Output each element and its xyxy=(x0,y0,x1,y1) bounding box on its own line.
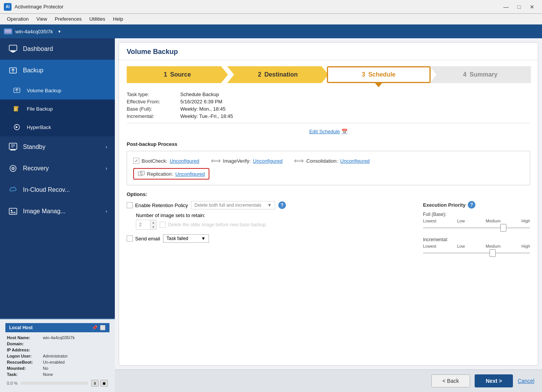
full-scale-lowest: Lowest xyxy=(423,219,436,223)
recovery-arrow: › xyxy=(106,166,107,171)
image-manage-label: Image Manag... xyxy=(23,208,65,215)
send-email-wrap[interactable]: Send email xyxy=(127,235,160,242)
host-dropdown-arrow[interactable]: ▼ xyxy=(57,29,61,34)
standby-arrow: › xyxy=(106,144,107,150)
rescueboot-value: Un-enabled xyxy=(43,360,65,364)
progress-text: 0.0 % xyxy=(7,381,18,385)
svg-rect-0 xyxy=(5,29,11,33)
edit-schedule-link[interactable]: Edit Schedule 📅 xyxy=(309,129,348,134)
step-schedule[interactable]: 3 Schedule xyxy=(327,66,431,83)
svg-rect-13 xyxy=(10,150,16,150)
retention-dropdown[interactable]: Delete both full and incrementals ▼ xyxy=(191,201,275,209)
schedule-info: Task type: Schedule Backup Effective Fro… xyxy=(127,91,530,135)
svg-rect-12 xyxy=(9,143,17,149)
priority-help-icon[interactable]: ? xyxy=(468,201,475,209)
step-source[interactable]: 1 Source xyxy=(127,66,228,83)
retention-checkbox-wrap[interactable]: Enable Retention Policy xyxy=(127,202,188,208)
sidebar-item-hyperback[interactable]: HyperBack xyxy=(0,118,115,136)
send-email-checkbox[interactable] xyxy=(127,235,133,242)
consolidation-link[interactable]: Unconfigured xyxy=(340,158,370,164)
imageverify-link[interactable]: Unconfigured xyxy=(253,158,282,164)
sidebar-item-recovery[interactable]: Recovery › xyxy=(0,158,115,179)
menu-preferences[interactable]: Preferences xyxy=(51,15,85,23)
cancel-button[interactable]: Cancel xyxy=(518,378,534,384)
title-bar-controls: — □ ✕ xyxy=(500,2,538,11)
task-row: Task: None xyxy=(7,371,108,377)
post-backup-title: Post-backup Process xyxy=(127,141,530,147)
retain-number-input[interactable] xyxy=(136,221,150,228)
backup-label: Backup xyxy=(23,67,43,74)
sidebar-item-backup[interactable]: Backup xyxy=(0,60,115,81)
spin-down[interactable]: ▼ xyxy=(150,225,156,229)
minimize-button[interactable]: — xyxy=(500,2,512,11)
info-bar-icons: 📌 ⬜ xyxy=(92,325,106,330)
svg-point-21 xyxy=(11,210,12,211)
svg-rect-20 xyxy=(9,208,17,214)
full-slider-track xyxy=(423,227,530,229)
next-button[interactable]: Next > xyxy=(475,374,513,387)
pin-icon[interactable]: 📌 xyxy=(92,325,98,330)
incremental-priority-label: Incremental: xyxy=(423,237,530,242)
collapse-icon[interactable]: ⬜ xyxy=(100,325,106,330)
step1-num: 1 xyxy=(164,71,167,78)
dashboard-icon xyxy=(8,44,18,54)
send-email-row: Send email Task failed ▼ xyxy=(127,234,411,243)
imageverify-item: ⟺ ImageVerify: Unconfigured xyxy=(211,157,283,165)
progress-wrap: 0.0 % ⏸ ⏹ xyxy=(7,377,108,387)
spin-up[interactable]: ▲ xyxy=(150,220,156,225)
sidebar-item-image-manage[interactable]: Image Manag... › xyxy=(0,201,115,222)
edit-schedule-label: Edit Schedule xyxy=(309,129,340,134)
pause-button[interactable]: ⏸ xyxy=(91,380,99,387)
dashboard-label: Dashboard xyxy=(23,46,53,52)
menu-utilities[interactable]: Utilities xyxy=(85,15,109,23)
mounted-label: Mounted: xyxy=(7,366,41,371)
incremental-priority-block: Incremental: Lowest Low Medium High xyxy=(423,237,530,257)
delete-older-wrap[interactable]: Delete the older image before new base b… xyxy=(160,222,267,228)
hostname-value: win-4a4cq035I7k xyxy=(43,335,75,340)
domain-label: Domain: xyxy=(7,341,41,346)
replication-box[interactable]: Replication: Unconfigured xyxy=(133,168,209,180)
step3-label: Schedule xyxy=(368,71,395,78)
menu-view[interactable]: View xyxy=(33,15,51,23)
email-dropdown[interactable]: Task failed ▼ xyxy=(163,234,209,243)
effective-from-label: Effective From: xyxy=(127,99,173,105)
retention-checkbox[interactable] xyxy=(127,202,133,208)
incr-scale-low: Low xyxy=(457,244,465,248)
delete-older-checkbox[interactable] xyxy=(160,222,166,228)
back-button[interactable]: < Back xyxy=(431,374,470,387)
full-slider-thumb[interactable] xyxy=(500,224,506,232)
main-layout: Dashboard Backup Volume Backup File Back… xyxy=(0,38,542,392)
incremental-slider-thumb[interactable] xyxy=(490,249,496,257)
task-type-label: Task type: xyxy=(127,91,173,97)
hyperback-label: HyperBack xyxy=(27,124,51,130)
title-bar-left: AI ActiveImage Protector xyxy=(4,3,64,11)
bootcheck-link[interactable]: Unconfigured xyxy=(170,158,199,164)
bootcheck-checkbox[interactable]: ✓ xyxy=(133,158,139,164)
replication-link[interactable]: Unconfigured xyxy=(175,171,205,177)
options-section: Options: Enable Retention Policy Delete … xyxy=(127,191,530,262)
incremental-slider-wrap xyxy=(423,249,530,257)
sub-options-row: ▲ ▼ Delete the older image before new ba… xyxy=(136,220,411,230)
close-button[interactable]: ✕ xyxy=(526,2,538,11)
title-bar: AI ActiveImage Protector — □ ✕ xyxy=(0,0,542,14)
email-dropdown-arrow: ▼ xyxy=(201,236,206,241)
sidebar-item-file-backup[interactable]: File Backup xyxy=(0,100,115,118)
step-summary[interactable]: 4 Summary xyxy=(430,66,531,83)
sidebar-item-in-cloud[interactable]: In-Cloud Recov... xyxy=(0,179,115,201)
image-manage-arrow: › xyxy=(106,209,107,214)
step-destination[interactable]: 2 Destination xyxy=(227,66,329,83)
retention-help-icon[interactable]: ? xyxy=(278,201,286,209)
menu-operation[interactable]: Operation xyxy=(3,15,33,23)
menu-bar: Operation View Preferences Utilities Hel… xyxy=(0,14,542,24)
menu-help[interactable]: Help xyxy=(109,15,127,23)
sidebar-item-standby[interactable]: Standby › xyxy=(0,136,115,158)
svg-marker-10 xyxy=(18,106,20,108)
maximize-button[interactable]: □ xyxy=(513,2,525,11)
sidebar-item-dashboard[interactable]: Dashboard xyxy=(0,38,115,60)
hyperback-icon xyxy=(11,122,22,132)
consolidation-label: Consolidation: xyxy=(306,158,338,164)
stop-button[interactable]: ⏹ xyxy=(100,380,108,387)
step1-label: Source xyxy=(170,71,191,78)
sidebar-item-volume-backup[interactable]: Volume Backup xyxy=(0,81,115,100)
progress-controls: ⏸ ⏹ xyxy=(91,380,108,387)
